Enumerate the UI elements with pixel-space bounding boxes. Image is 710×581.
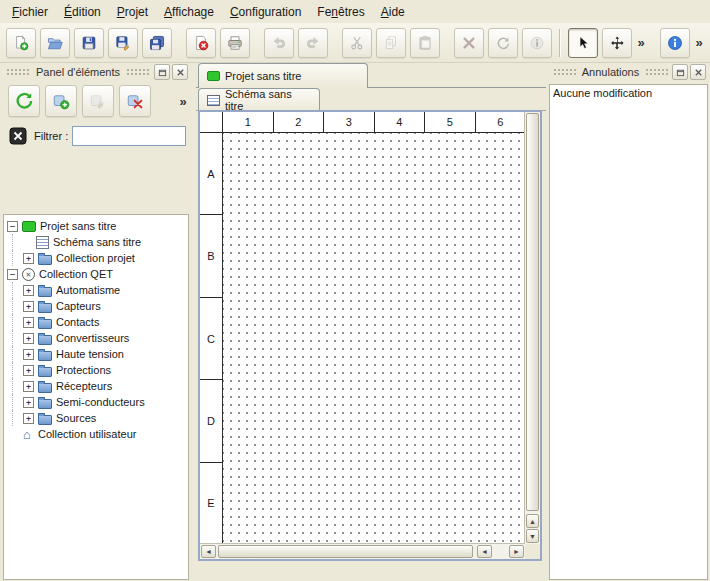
menu-fenetres[interactable]: Fenêtres (309, 2, 372, 22)
scroll-right-button[interactable] (509, 545, 524, 558)
menu-affichage[interactable]: Affichage (156, 2, 222, 22)
tree-expander-icon[interactable]: + (23, 301, 34, 312)
tree-expander-icon[interactable]: − (7, 221, 18, 232)
vertical-scrollbar[interactable] (524, 112, 540, 544)
menu-projet[interactable]: Projet (109, 2, 156, 22)
scroll-down-button[interactable] (526, 529, 539, 543)
tree-expander-icon[interactable] (7, 430, 16, 439)
undo-button[interactable] (264, 28, 294, 58)
tree-item[interactable]: + Protections (4, 362, 188, 378)
reload-icon (15, 89, 33, 113)
tree-item-label: Récepteurs (56, 380, 112, 392)
pan-mode-button[interactable] (602, 28, 632, 58)
tree-item[interactable]: + Convertisseurs (4, 330, 188, 346)
filter-row: Filtrer : (2, 125, 190, 147)
menu-aide[interactable]: Aide (373, 2, 413, 22)
copy-button[interactable] (376, 28, 406, 58)
new-document-button[interactable] (6, 28, 36, 58)
schema-canvas[interactable] (223, 133, 525, 544)
tree-item[interactable]: + Récepteurs (4, 378, 188, 394)
scroll-up-button[interactable] (526, 514, 539, 528)
delete-icon (461, 32, 477, 54)
close-file-button[interactable] (186, 28, 216, 58)
tree-expander-icon[interactable]: + (23, 397, 34, 408)
tree-expander-icon[interactable]: + (23, 365, 34, 376)
toolbar-extension-icon[interactable]: » (634, 35, 648, 50)
tree-item[interactable]: Schéma sans titre (4, 234, 188, 250)
delete-button[interactable] (454, 28, 484, 58)
tree-expander-icon[interactable]: + (23, 317, 34, 328)
tree-item[interactable]: + Collection projet (4, 250, 188, 266)
tree-item-icon (38, 367, 52, 377)
tree-item[interactable]: + Contacts (4, 314, 188, 330)
hscroll-thumb[interactable] (218, 545, 473, 558)
tree-item-label: Collection utilisateur (38, 428, 136, 440)
menu-edition[interactable]: Édition (56, 2, 109, 22)
tree-expander-icon[interactable] (23, 238, 32, 247)
tree-expander-icon[interactable]: + (23, 285, 34, 296)
new-element-button[interactable] (45, 85, 77, 117)
element-info-button[interactable] (522, 28, 552, 58)
dock-close-button[interactable] (690, 64, 706, 80)
vscroll-thumb[interactable] (526, 113, 539, 511)
tree-item[interactable]: + Semi-conducteurs (4, 394, 188, 410)
menu-configuration[interactable]: Configuration (222, 2, 309, 22)
toolbar-extension2-icon[interactable]: » (692, 35, 706, 50)
tree-item-icon (38, 255, 52, 265)
move-icon (609, 32, 625, 54)
tree-expander-icon[interactable]: + (23, 349, 34, 360)
menu-fichier[interactable]: Fichier (4, 2, 56, 22)
clear-filter-button[interactable] (8, 126, 28, 146)
delete-element-icon (126, 89, 144, 113)
print-icon (227, 32, 243, 54)
tree-item[interactable]: − Projet sans titre (4, 218, 188, 234)
save-all-button[interactable] (142, 28, 172, 58)
print-button[interactable] (220, 28, 250, 58)
tree-expander-icon[interactable]: + (23, 413, 34, 424)
project-tab-label: Projet sans titre (225, 70, 301, 82)
filter-input[interactable] (72, 126, 186, 146)
tab-projet-sans-titre[interactable]: Projet sans titre (198, 63, 368, 88)
float-icon (158, 68, 167, 77)
reload-collections-button[interactable] (8, 85, 40, 117)
tree-expander-icon[interactable]: + (23, 253, 34, 264)
close-file-icon (193, 32, 209, 54)
edit-element-button[interactable] (82, 85, 114, 117)
tree-item[interactable]: − Collection QET (4, 266, 188, 282)
tree-item[interactable]: + Capteurs (4, 298, 188, 314)
cut-button[interactable] (342, 28, 372, 58)
scrollbar-corner (525, 544, 540, 559)
tree-item[interactable]: + Sources (4, 410, 188, 426)
select-mode-button[interactable] (568, 28, 598, 58)
tree-item-label: Collection QET (39, 268, 113, 280)
save-all-icon (149, 32, 165, 54)
scroll-left2-button[interactable] (477, 545, 492, 558)
redo-button[interactable] (298, 28, 328, 58)
delete-element-button[interactable] (119, 85, 151, 117)
tab-schema-sans-titre[interactable]: Schéma sans titre (198, 88, 320, 111)
tree-item[interactable]: + Automatisme (4, 282, 188, 298)
horizontal-scrollbar[interactable] (200, 543, 525, 559)
about-qet-button[interactable] (660, 28, 690, 58)
tree-item[interactable]: + Haute tension (4, 346, 188, 362)
tree-expander-icon[interactable]: + (23, 333, 34, 344)
rotate-button[interactable] (488, 28, 518, 58)
open-project-button[interactable] (40, 28, 70, 58)
save-as-button[interactable] (108, 28, 138, 58)
tree-item[interactable]: Collection utilisateur (4, 426, 188, 442)
dock-float-button[interactable] (154, 64, 170, 80)
collections-toolbar-extension-icon[interactable]: » (176, 94, 190, 109)
tree-expander-icon[interactable]: − (7, 269, 18, 280)
tree-item-label: Projet sans titre (40, 220, 116, 232)
save-button[interactable] (74, 28, 104, 58)
tree-expander-icon[interactable]: + (23, 381, 34, 392)
main-toolbar: » » (0, 23, 710, 63)
undo-icon (271, 32, 287, 54)
dock-float-button[interactable] (672, 64, 688, 80)
new-document-icon (13, 32, 29, 54)
scroll-left-button[interactable] (201, 545, 216, 558)
collections-toolbar: » (2, 84, 190, 118)
dock-close-button[interactable] (172, 64, 188, 80)
paste-button[interactable] (410, 28, 440, 58)
row-header-cell: A (200, 133, 222, 215)
